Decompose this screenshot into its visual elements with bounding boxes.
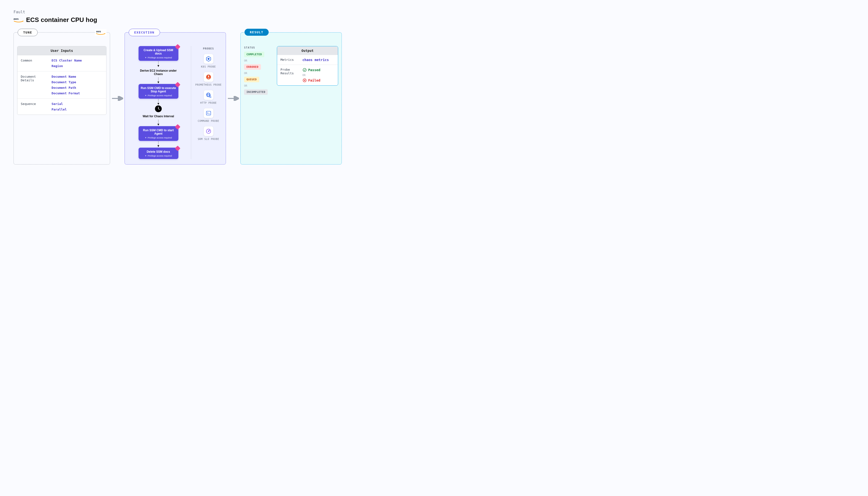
step-run-ssm-start: Run SSM CMD to start Agent Privilege acc…	[139, 126, 178, 141]
k8s-icon	[204, 54, 213, 64]
result-panel: RESULT STATUS COMPLETED OR ERRORED OR QU…	[240, 32, 342, 165]
arrow-down-icon	[157, 99, 159, 105]
probe-prometheus: PROMETHEUS PROBE	[195, 72, 222, 87]
status-column: STATUS COMPLETED OR ERRORED OR QUEUED OR…	[244, 46, 273, 95]
check-circle-icon	[302, 68, 307, 72]
svg-text:aws: aws	[14, 17, 19, 20]
probe-label: HTTP PROBE	[200, 101, 216, 105]
privilege-label: Privilege access required	[140, 57, 177, 59]
execution-panel: EXECUTION Create & Upload SSM docs Privi…	[124, 32, 226, 165]
arrow-down-icon	[157, 141, 159, 148]
input-group-label: Document Details	[21, 75, 49, 95]
probes-header: PROBES	[195, 47, 222, 50]
status-badge-completed: COMPLETED	[244, 52, 264, 57]
probes-column: PROBES K8S PROBE PROMETHEUS PROBE HTTP P…	[191, 46, 222, 159]
step-delete-ssm: Delete SSM docs Privilege access require…	[139, 148, 178, 159]
svg-text:aws: aws	[96, 30, 101, 33]
arrow-right-icon	[226, 96, 240, 101]
gauge-icon	[204, 126, 213, 136]
passed-label: Passed	[308, 68, 321, 72]
output-header: Output	[277, 46, 338, 55]
input-group-common: Common ECS Cluster Name Region	[17, 55, 106, 71]
page-title: ECS container CPU hog	[26, 16, 97, 24]
input-group-label: Common	[21, 59, 49, 68]
input-group-document-details: Document Details Document Name Document …	[17, 71, 106, 98]
probe-label: SRM SLO PROBE	[198, 138, 219, 141]
probe-command: COMMAND PROBE	[195, 108, 222, 123]
privilege-label: Privilege access required	[140, 155, 177, 157]
input-value: ECS Cluster Name	[52, 59, 103, 62]
probe-label: COMMAND PROBE	[198, 120, 219, 123]
failed-label: Failed	[308, 78, 321, 82]
status-badge-errored: ERRORED	[244, 64, 261, 70]
aws-logo-icon: aws	[14, 17, 24, 23]
or-label: OR	[244, 59, 273, 62]
step-wait-interval: Wait for Chaos Interval	[139, 113, 178, 120]
arrow-down-icon	[157, 120, 159, 126]
or-label: OR	[244, 72, 273, 75]
input-value: Document Path	[52, 86, 103, 90]
step-label: Delete SSM docs	[140, 150, 177, 153]
chaos-metrics-link[interactable]: chaos metrics	[302, 58, 335, 62]
output-box: Output Metrics chaos metrics Probe Resul…	[277, 46, 338, 86]
arrow-right-icon	[110, 96, 124, 101]
or-label: OR	[302, 74, 335, 77]
tune-panel: TUNE aws User Inputs Common ECS Cluster …	[14, 32, 110, 165]
privilege-label: Privilege access required	[140, 94, 177, 97]
svg-point-4	[208, 58, 210, 60]
status-badge-queued: QUEUED	[244, 77, 259, 82]
user-inputs-box: User Inputs Common ECS Cluster Name Regi…	[17, 46, 106, 115]
step-run-ssm-stop: Run SSM CMD to execute Stop Agent Privil…	[139, 84, 178, 99]
privilege-label: Privilege access required	[140, 137, 177, 139]
prometheus-icon	[204, 72, 213, 82]
input-value: Document Type	[52, 80, 103, 84]
input-group-label: Sequence	[21, 102, 49, 111]
svg-line-10	[211, 97, 211, 98]
x-circle-icon	[302, 78, 307, 82]
input-value: Document Format	[52, 91, 103, 95]
input-value: Serial	[52, 102, 103, 106]
terminal-icon	[204, 108, 213, 118]
output-row-label: Metrics	[280, 58, 300, 62]
arrow-down-icon	[157, 77, 159, 84]
probe-srm-slo: SRM SLO PROBE	[195, 126, 222, 141]
aws-logo-icon: aws	[95, 29, 106, 36]
input-value: Document Name	[52, 75, 103, 78]
svg-rect-11	[207, 111, 211, 115]
step-label: Run SSM CMD to start Agent	[140, 128, 177, 135]
probe-result-failed: Failed	[302, 78, 335, 82]
arrow-down-icon	[157, 61, 159, 67]
step-label: Run SSM CMD to execute Stop Agent	[140, 87, 177, 93]
header-eyebrow: Fault	[14, 10, 854, 14]
or-label: OR	[244, 84, 273, 87]
svg-point-15	[303, 68, 306, 72]
user-inputs-header: User Inputs	[17, 46, 106, 55]
probe-label: PROMETHEUS PROBE	[195, 83, 222, 87]
step-label: Create & Upload SSM docs	[140, 48, 177, 55]
step-derive-ec2: Derive EC2 instance under Chaos	[139, 67, 178, 77]
svg-point-13	[208, 131, 209, 132]
input-group-sequence: Sequence Serial Parallel	[17, 98, 106, 114]
clock-icon	[155, 105, 162, 112]
execution-flow: Create & Upload SSM docs Privilege acces…	[128, 46, 188, 159]
probe-label: K8S PROBE	[201, 65, 216, 68]
probe-http: HTTP PROBE	[195, 90, 222, 105]
tune-pill: TUNE	[18, 29, 37, 36]
input-value: Parallel	[52, 108, 103, 111]
step-create-upload-ssm: Create & Upload SSM docs Privilege acces…	[139, 46, 178, 61]
probe-k8s: K8S PROBE	[195, 54, 222, 68]
execution-pill: EXECUTION	[129, 29, 160, 36]
status-badge-incompleted: INCOMPLETED	[244, 89, 268, 95]
probe-result-passed: Passed	[302, 68, 335, 72]
output-row-label: Probe Results	[280, 68, 300, 75]
result-pill: RESULT	[244, 29, 269, 36]
globe-icon	[204, 90, 213, 100]
input-value: Region	[52, 64, 103, 68]
status-header: STATUS	[244, 46, 273, 49]
